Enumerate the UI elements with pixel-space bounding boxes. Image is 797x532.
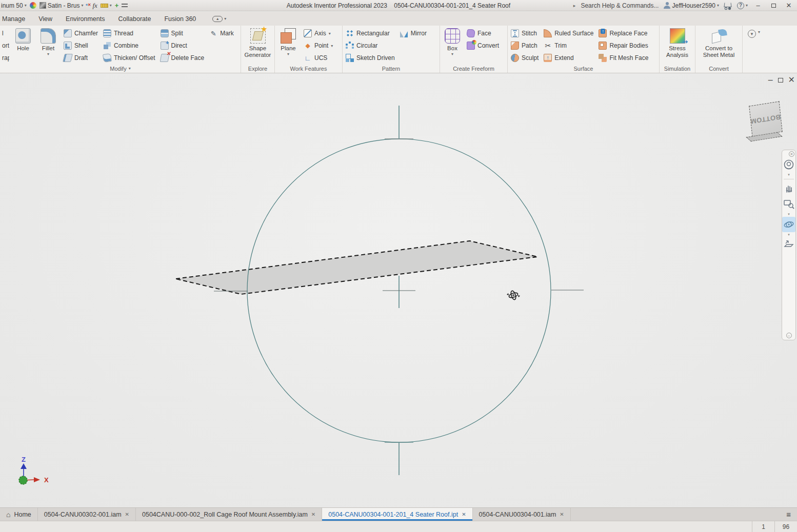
- orbit-button[interactable]: [782, 217, 795, 232]
- explore-label: Explore: [248, 66, 267, 72]
- chevron-down-icon[interactable]: ▾: [788, 212, 790, 217]
- document-tab-label: 0504-CANU00302-001.iam: [44, 511, 122, 518]
- plane-button[interactable]: Plane ▾: [277, 27, 300, 56]
- trim-button[interactable]: ✂Trim: [543, 39, 594, 52]
- appearance-dropdown[interactable]: Satin - Brus ▾: [39, 2, 84, 9]
- circular-pattern-button[interactable]: Circular: [345, 39, 396, 52]
- view-cube[interactable]: BOTTOM: [749, 101, 783, 136]
- point-button[interactable]: ◆Point▾: [303, 39, 334, 52]
- combine-button[interactable]: Combine: [102, 39, 156, 52]
- direct-button[interactable]: Direct: [160, 39, 206, 52]
- stitch-button[interactable]: Stitch: [510, 27, 540, 39]
- replace-face-button[interactable]: Replace Face: [597, 27, 649, 39]
- tab-fusion-360[interactable]: Fusion 360: [157, 13, 203, 25]
- thicken-offset-button[interactable]: Thicken/ Offset: [102, 52, 156, 64]
- tab-close-icon[interactable]: ✕: [311, 511, 315, 517]
- group-label-modify[interactable]: Modify ▾: [0, 64, 241, 73]
- delete-face-button[interactable]: Delete Face: [160, 52, 206, 64]
- shape-generator-button[interactable]: Shape Generator: [243, 27, 272, 58]
- tab-close-icon[interactable]: ✕: [560, 511, 564, 517]
- document-tab[interactable]: 0504-CANU00302-001.iam ✕: [38, 508, 136, 521]
- ribbon-display-dropdown[interactable]: ▲ ▾: [212, 16, 226, 22]
- draft-label: Draft: [74, 54, 88, 62]
- customize-toolbar-dropdown[interactable]: [122, 4, 128, 7]
- navigation-wheel-button[interactable]: [782, 157, 795, 172]
- close-button[interactable]: ✕: [784, 2, 794, 9]
- help-dropdown[interactable]: ? ▾: [737, 2, 748, 9]
- combine-label: Combine: [114, 42, 138, 49]
- viewport-canvas[interactable]: Z X: [0, 74, 797, 507]
- document-tab[interactable]: 0504CANU-000-002_Roll Cage Roof Mount As…: [136, 508, 322, 521]
- chevron-down-icon[interactable]: ▾: [788, 172, 790, 177]
- chevron-down-icon: ▾: [287, 52, 289, 56]
- repair-bodies-button[interactable]: Repair Bodies: [597, 39, 649, 52]
- minimize-button[interactable]: –: [753, 2, 763, 9]
- fillet-button[interactable]: Fillet ▾: [37, 27, 59, 56]
- tab-manage[interactable]: Manage: [0, 13, 32, 25]
- color-wheel-icon[interactable]: [30, 2, 36, 9]
- tab-close-icon[interactable]: ✕: [125, 511, 129, 517]
- navbar-collapse-icon[interactable]: –: [786, 333, 792, 338]
- stress-analysis-button[interactable]: Stress Analysis: [662, 27, 693, 58]
- chamfer-button[interactable]: Chamfer: [63, 27, 99, 39]
- hole-button[interactable]: Hole: [12, 27, 34, 52]
- trim-scissors-icon: ✂: [544, 42, 552, 50]
- chevron-down-icon[interactable]: ▾: [788, 232, 790, 237]
- person-icon: [664, 2, 670, 9]
- tab-close-icon[interactable]: ✕: [462, 511, 466, 517]
- ucs-button[interactable]: ∟UCS: [303, 52, 334, 64]
- parameters-fx-button[interactable]: fx: [92, 2, 97, 10]
- chamfer-icon: [64, 29, 72, 37]
- z-axis-arrow-icon: [21, 463, 27, 469]
- home-icon: ⌂: [6, 510, 10, 519]
- box-button[interactable]: Box ▾: [442, 27, 463, 56]
- tab-environments[interactable]: Environments: [58, 13, 112, 25]
- rectangular-pattern-button[interactable]: Rectangular: [345, 27, 396, 39]
- ribbon-overflow-dropdown[interactable]: ▼ ▾: [743, 26, 760, 73]
- document-tab[interactable]: 0504-CANU00304-001.iam ✕: [473, 508, 571, 521]
- tab-list-menu-button[interactable]: ≡: [780, 508, 797, 521]
- roof-plane-face[interactable]: [176, 241, 537, 294]
- ribbon-display-icon: ▲: [212, 16, 223, 22]
- look-at-button[interactable]: [782, 237, 795, 253]
- draft-button[interactable]: Draft: [63, 52, 99, 64]
- chevron-down-icon: ▾: [25, 3, 27, 8]
- measure-dropdown[interactable]: ▾: [101, 3, 112, 8]
- add-button[interactable]: +: [115, 2, 119, 9]
- shell-button[interactable]: Shell: [63, 39, 99, 52]
- restore-button[interactable]: [768, 2, 779, 9]
- fit-mesh-face-button[interactable]: Fit Mesh Face: [597, 52, 649, 64]
- create-freeform-label: Create Freeform: [453, 66, 494, 72]
- search-expand-icon[interactable]: ▸: [573, 3, 576, 8]
- navbar-close-icon[interactable]: ✕: [789, 151, 794, 157]
- mark-button[interactable]: ✎Mark: [208, 27, 235, 39]
- viewport[interactable]: – ✕ Z: [0, 74, 797, 507]
- tab-view[interactable]: View: [31, 13, 59, 25]
- sculpt-button[interactable]: Sculpt: [510, 52, 540, 64]
- store-cart-icon[interactable]: [724, 3, 732, 9]
- material-dropdown[interactable]: inum 50 ▾: [1, 2, 27, 9]
- zoom-window-button[interactable]: [782, 196, 795, 212]
- patch-button[interactable]: Patch: [510, 39, 540, 52]
- freeform-face-button[interactable]: Face: [466, 27, 500, 39]
- convert-to-sheet-metal-button[interactable]: Convert to Sheet Metal: [698, 27, 740, 58]
- thread-button[interactable]: Thread: [102, 27, 156, 39]
- user-account-dropdown[interactable]: JeffHouser2590 ▾: [664, 2, 719, 9]
- tab-collaborate[interactable]: Collaborate: [111, 13, 158, 25]
- pan-button[interactable]: [782, 181, 795, 196]
- ruled-surface-button[interactable]: Ruled Surface: [543, 27, 594, 39]
- sketch-driven-button[interactable]: Sketch Driven: [345, 52, 396, 64]
- freeform-convert-button[interactable]: Convert: [466, 39, 500, 52]
- tab-home[interactable]: ⌂ Home: [0, 508, 38, 521]
- split-button[interactable]: Split: [160, 27, 206, 39]
- freeform-face-icon: [466, 29, 476, 37]
- search-input[interactable]: Search Help & Commands...: [581, 2, 659, 9]
- convert-to-sheet-metal-icon: [711, 28, 727, 44]
- mirror-button[interactable]: Mirror: [399, 27, 428, 39]
- axis-button[interactable]: Axis▾: [303, 27, 334, 39]
- appearance-thumbnail-icon: [39, 2, 46, 9]
- extend-button[interactable]: ↑Extend: [543, 52, 594, 64]
- document-tab-active[interactable]: 0504-CANU00304-001-201_4 Seater Roof.ipt…: [322, 508, 472, 521]
- point-label: Point: [314, 42, 328, 49]
- modify-label: Modify: [110, 66, 126, 72]
